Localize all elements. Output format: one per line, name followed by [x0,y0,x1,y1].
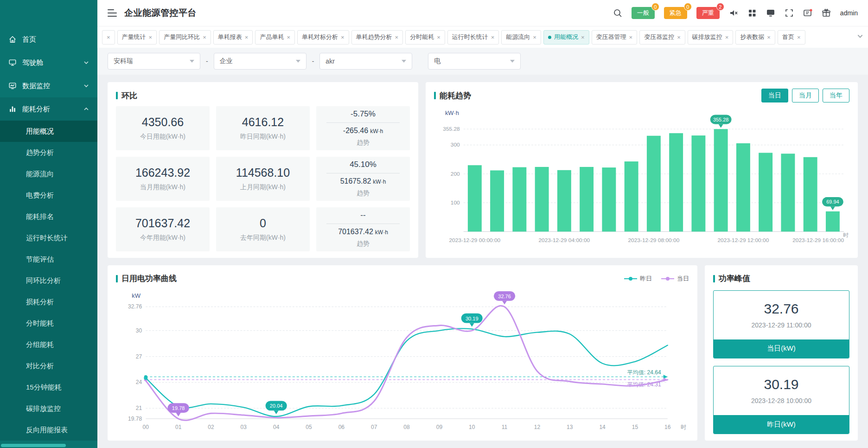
filter-select-1[interactable]: 企业 [214,53,306,70]
mute-icon[interactable] [729,8,738,18]
tab-close-icon[interactable]: × [677,34,681,40]
series-line-当日[interactable] [146,306,667,420]
search-icon[interactable] [613,8,622,18]
menu-toggle-icon[interactable] [108,9,117,17]
tab-单耗报表[interactable]: 单耗报表× [213,30,253,45]
svg-text:69.94: 69.94 [826,199,839,205]
apps-grid-icon[interactable] [747,8,757,18]
sidebar-subitem-能耗排名[interactable]: 能耗排名 [0,206,97,227]
message-icon[interactable] [803,8,812,18]
tab-close-icon[interactable]: × [797,34,801,40]
sidebar-subitem-反向用能报表[interactable]: 反向用能报表 [0,419,97,441]
fullscreen-icon[interactable] [785,8,794,18]
daily-power-line-chart[interactable]: 19.782124273032.76kW00010203040506070809… [116,288,689,435]
tab-抄表数据[interactable]: 抄表数据× [735,30,775,45]
sidebar-scrollbar[interactable] [1,444,66,447]
range-button-当月[interactable]: 当月 [792,89,819,102]
gift-icon[interactable] [822,8,831,18]
tab-变压器管理[interactable]: 变压器管理× [592,30,638,45]
tab-close-icon[interactable]: × [287,34,290,40]
tab-变压器监控[interactable]: 变压器监控× [639,30,685,45]
tab-partial[interactable]: × [102,30,115,45]
sidebar-subitem-损耗分析[interactable]: 损耗分析 [0,291,97,313]
tab-close-icon[interactable]: × [533,34,536,40]
peak-value: 30.19 [764,377,798,392]
bar-09[interactable] [669,133,683,231]
bar-08[interactable] [647,136,661,232]
tab-首页[interactable]: 首页× [778,30,805,45]
tab-分时能耗[interactable]: 分时能耗× [405,30,445,45]
sidebar-item-首页[interactable]: 首页 [0,28,97,51]
filter-select-2[interactable]: akr [319,53,412,70]
bar-12[interactable] [736,143,750,231]
alarm-pill-严重[interactable]: 严重2 [696,7,720,19]
tab-单耗趋势分析[interactable]: 单耗趋势分析× [351,30,403,45]
bar-10[interactable] [691,135,705,231]
tab-单耗对标分析[interactable]: 单耗对标分析× [297,30,349,45]
series-line-昨日[interactable] [146,328,667,416]
legend-item-当日[interactable]: 当日 [661,275,689,283]
sidebar-subitem-对比分析[interactable]: 对比分析 [0,355,97,377]
tab-产品单耗[interactable]: 产品单耗× [255,30,295,45]
tabs-overflow-icon[interactable] [857,33,863,41]
alarm-pill-紧急[interactable]: 紧急0 [664,7,687,19]
tab-close-icon[interactable]: × [341,34,345,40]
tab-close-icon[interactable]: × [203,34,206,40]
bar-16[interactable] [826,211,840,232]
username[interactable]: admin [840,9,858,17]
tab-close-icon[interactable]: × [581,34,585,40]
sidebar-subitem-分时能耗[interactable]: 分时能耗 [0,313,97,334]
tab-close-icon[interactable]: × [245,34,249,40]
tab-用能概况[interactable]: 用能概况× [543,30,589,45]
filter-select-0[interactable]: 安科瑞 [108,53,200,70]
peak-button-当日(kW)[interactable]: 当日(kW) [714,339,849,358]
filter-select-3[interactable]: 电 [428,53,521,70]
bar-04[interactable] [557,170,571,232]
peak-button-昨日(kW)[interactable]: 昨日(kW) [714,415,849,434]
sidebar-item-能耗分析[interactable]: 能耗分析 [0,97,97,121]
sidebar-subitem-同环比分析[interactable]: 同环比分析 [0,270,97,291]
sidebar-subitem-用能概况[interactable]: 用能概况 [0,121,97,142]
tab-close-icon[interactable]: × [725,34,729,40]
tab-碳排放监控[interactable]: 碳排放监控× [688,30,734,45]
sidebar-subitem-节能评估[interactable]: 节能评估 [0,249,97,270]
energy-trend-bar-chart[interactable]: 100200300355.28kW·h2023-12-29 00:00:0020… [434,104,849,251]
screen-icon[interactable] [766,8,775,18]
marker-pin [502,301,507,304]
sidebar-subitem-分组能耗[interactable]: 分组能耗 [0,334,97,355]
range-button-当年[interactable]: 当年 [823,89,849,102]
bar-03[interactable] [535,167,549,231]
tab-close-icon[interactable]: × [107,34,110,40]
tab-close-icon[interactable]: × [767,34,771,40]
legend-item-昨日[interactable]: 昨日 [624,275,652,283]
tab-产量统计[interactable]: 产量统计× [117,30,157,45]
sidebar-subitem-运行时长统计[interactable]: 运行时长统计 [0,227,97,249]
tab-产量同比环比[interactable]: 产量同比环比× [159,30,211,45]
sidebar-subitem-碳排放监控[interactable]: 碳排放监控 [0,398,97,419]
bar-06[interactable] [602,167,616,231]
sidebar-subitem-趋势分析[interactable]: 趋势分析 [0,142,97,163]
bar-15[interactable] [804,157,817,232]
sidebar-subitem-电费分析[interactable]: 电费分析 [0,185,97,206]
tab-close-icon[interactable]: × [629,34,633,40]
range-button-当日[interactable]: 当日 [761,89,788,102]
tab-close-icon[interactable]: × [437,34,440,40]
bar-02[interactable] [512,167,526,232]
tab-close-icon[interactable]: × [149,34,153,40]
tab-能源流向[interactable]: 能源流向× [501,30,541,45]
bar-05[interactable] [580,167,594,231]
bar-00[interactable] [468,165,482,231]
bar-13[interactable] [759,153,772,231]
sidebar-item-数据监控[interactable]: 数据监控 [0,74,97,97]
tab-close-icon[interactable]: × [491,34,495,40]
bar-11[interactable] [714,129,728,231]
alarm-pill-一般[interactable]: 一般0 [632,7,655,19]
tab-运行时长统计[interactable]: 运行时长统计× [447,30,499,45]
sidebar-subitem-15分钟能耗[interactable]: 15分钟能耗 [0,377,97,398]
bar-01[interactable] [490,170,504,231]
bar-14[interactable] [781,154,795,231]
sidebar-item-驾驶舱[interactable]: 驾驶舱 [0,51,97,74]
sidebar-subitem-能源流向[interactable]: 能源流向 [0,163,97,185]
tab-close-icon[interactable]: × [395,34,399,40]
bar-07[interactable] [625,161,638,231]
